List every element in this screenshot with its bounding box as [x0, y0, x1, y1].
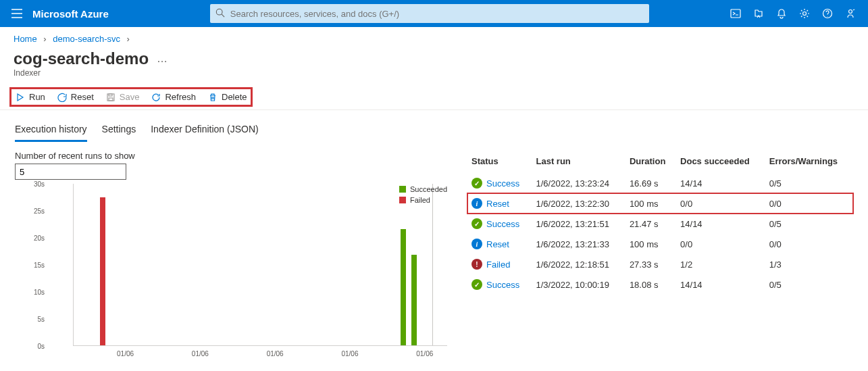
cell-duration: 100 ms — [626, 193, 676, 214]
run-label: Run — [29, 92, 45, 102]
cell-last_run: 1/6/2022, 13:21:33 — [532, 234, 626, 254]
cell-last_run: 1/6/2022, 13:23:24 — [532, 173, 626, 193]
tabs: Execution history Settings Indexer Defin… — [0, 110, 868, 143]
top-bar: Microsoft Azure — [0, 0, 868, 27]
reset-button[interactable]: Reset — [57, 92, 94, 102]
svg-rect-8 — [109, 98, 113, 101]
chart-bar[interactable] — [401, 229, 406, 345]
table-row[interactable]: ✓Success1/3/2022, 10:00:1918.08 s14/140/… — [467, 274, 853, 295]
svg-line-1 — [222, 14, 224, 17]
chevron-right-icon: › — [43, 34, 46, 44]
table-row[interactable]: !Failed1/6/2022, 12:18:5127.33 s1/21/3 — [467, 254, 853, 274]
delete-label: Delete — [222, 92, 247, 102]
check-icon: ✓ — [471, 279, 482, 290]
cell-docs: 1/2 — [676, 254, 765, 274]
info-icon: i — [471, 239, 482, 249]
cell-errs: 0/5 — [765, 274, 853, 295]
chevron-right-icon: › — [127, 34, 130, 44]
legend-swatch-succeeded — [399, 186, 406, 193]
svg-rect-7 — [109, 94, 112, 96]
run-button[interactable]: Run — [16, 92, 45, 102]
col-docs[interactable]: Docs succeeded — [676, 151, 765, 173]
status-link[interactable]: Reset — [486, 199, 509, 209]
svg-point-3 — [803, 12, 807, 16]
cell-errs: 0/0 — [765, 193, 853, 214]
tab-settings[interactable]: Settings — [102, 124, 136, 142]
cell-docs: 14/14 — [676, 173, 765, 193]
reset-icon — [57, 93, 67, 102]
svg-point-0 — [216, 9, 222, 15]
status-link[interactable]: Reset — [486, 239, 509, 249]
search-input[interactable] — [210, 4, 649, 23]
table-row[interactable]: iReset1/6/2022, 13:22:30100 ms0/00/0 — [467, 193, 853, 214]
refresh-label: Refresh — [165, 92, 196, 102]
cell-last_run: 1/6/2022, 13:22:30 — [532, 193, 626, 214]
legend-failed-label: Failed — [410, 196, 430, 204]
directories-icon[interactable] — [753, 8, 764, 19]
legend-succeeded-label: Succeeded — [410, 185, 447, 193]
error-icon: ! — [471, 259, 482, 270]
cell-last_run: 1/6/2022, 13:21:51 — [532, 214, 626, 234]
cloud-shell-icon[interactable] — [730, 8, 741, 19]
feedback-icon[interactable] — [845, 8, 856, 19]
tab-execution-history[interactable]: Execution history — [15, 124, 87, 142]
check-icon: ✓ — [471, 218, 482, 229]
table-row[interactable]: ✓Success1/6/2022, 13:21:5121.47 s14/140/… — [467, 214, 853, 234]
col-duration[interactable]: Duration — [626, 151, 676, 173]
refresh-button[interactable]: Refresh — [151, 92, 196, 102]
toolbar-highlight: Run Reset Save Refresh Delete — [9, 87, 253, 107]
search-box — [210, 4, 649, 23]
chart-panel: Number of recent runs to show 0s5s10s15s… — [15, 151, 447, 360]
brand-label[interactable]: Microsoft Azure — [32, 8, 109, 20]
cell-errs: 0/5 — [765, 214, 853, 234]
status-link[interactable]: Success — [486, 219, 519, 229]
cell-errs: 0/5 — [765, 173, 853, 193]
resource-type-label: Indexer — [0, 68, 868, 83]
status-link[interactable]: Failed — [486, 259, 510, 270]
status-link[interactable]: Success — [486, 178, 519, 189]
cell-duration: 100 ms — [626, 234, 676, 254]
runs-table-panel: Status Last run Duration Docs succeeded … — [467, 151, 853, 360]
check-icon: ✓ — [471, 178, 482, 189]
delete-button[interactable]: Delete — [208, 92, 247, 102]
legend-swatch-failed — [399, 197, 406, 203]
table-row[interactable]: ✓Success1/6/2022, 13:23:2416.69 s14/140/… — [467, 173, 853, 193]
col-errors[interactable]: Errors/Warnings — [765, 151, 853, 173]
chart-bar[interactable] — [411, 255, 417, 345]
chart-legend: Succeeded Failed — [399, 185, 447, 207]
tab-indexer-definition[interactable]: Indexer Definition (JSON) — [151, 124, 259, 142]
cell-docs: 14/14 — [676, 274, 765, 295]
search-icon — [215, 8, 225, 18]
save-label: Save — [120, 92, 140, 102]
runs-chart: 0s5s10s15s20s25s30s 01/0601/0601/0601/06… — [15, 184, 447, 360]
trash-icon — [208, 93, 218, 102]
breadcrumb: Home › demo-search-svc › — [0, 27, 868, 47]
col-status[interactable]: Status — [467, 151, 532, 173]
cell-docs: 0/0 — [676, 193, 765, 214]
cell-last_run: 1/3/2022, 10:00:19 — [532, 274, 626, 295]
table-row[interactable]: iReset1/6/2022, 13:21:33100 ms0/00/0 — [467, 234, 853, 254]
refresh-icon — [151, 93, 161, 102]
more-icon[interactable]: … — [157, 53, 168, 65]
runs-table: Status Last run Duration Docs succeeded … — [467, 151, 853, 295]
breadcrumb-parent[interactable]: demo-search-svc — [53, 34, 120, 44]
save-button: Save — [106, 92, 140, 102]
runs-count-label: Number of recent runs to show — [15, 151, 447, 161]
notifications-icon[interactable] — [776, 8, 787, 19]
runs-count-input[interactable] — [15, 164, 126, 180]
hamburger-icon[interactable] — [7, 9, 27, 18]
play-icon — [16, 93, 25, 102]
breadcrumb-home[interactable]: Home — [14, 34, 37, 44]
topbar-actions — [730, 8, 861, 19]
cell-errs: 0/0 — [765, 234, 853, 254]
settings-icon[interactable] — [799, 8, 810, 19]
col-last-run[interactable]: Last run — [532, 151, 626, 173]
chart-bar[interactable] — [100, 197, 105, 345]
cell-duration: 18.08 s — [626, 274, 676, 295]
cell-last_run: 1/6/2022, 12:18:51 — [532, 254, 626, 274]
cell-duration: 16.69 s — [626, 173, 676, 193]
page-title: cog-search-demo — [14, 49, 149, 68]
cell-errs: 1/3 — [765, 254, 853, 274]
status-link[interactable]: Success — [486, 280, 519, 290]
help-icon[interactable] — [822, 8, 833, 19]
